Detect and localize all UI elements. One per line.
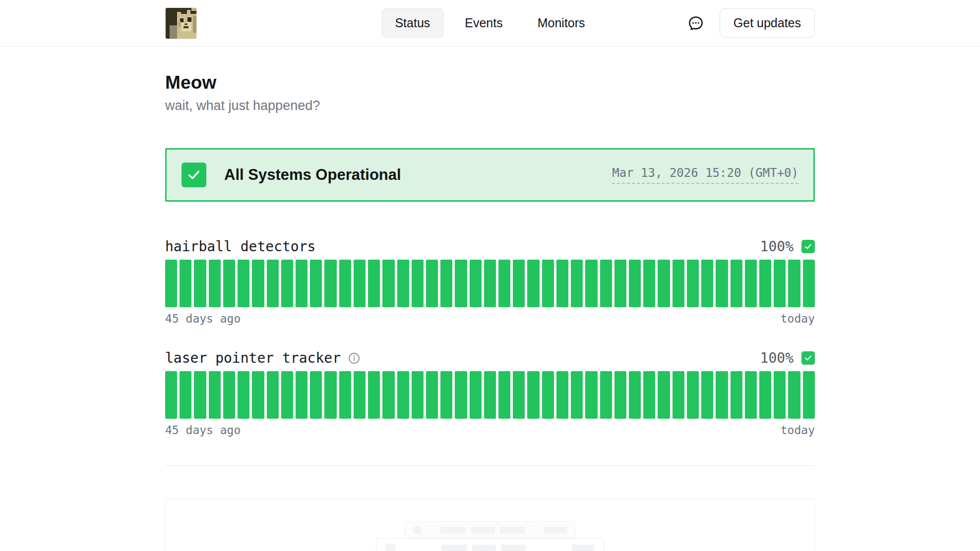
uptime-day-bar[interactable] xyxy=(455,260,467,307)
uptime-day-bar[interactable] xyxy=(745,260,757,307)
uptime-day-bar[interactable] xyxy=(194,260,206,307)
uptime-day-bar[interactable] xyxy=(165,371,177,419)
uptime-day-bar[interactable] xyxy=(281,371,293,419)
uptime-day-bar[interactable] xyxy=(267,260,279,307)
uptime-day-bar[interactable] xyxy=(310,371,322,419)
uptime-day-bar[interactable] xyxy=(368,371,380,419)
uptime-day-bar[interactable] xyxy=(513,371,525,419)
uptime-day-bar[interactable] xyxy=(673,371,684,419)
uptime-day-bar[interactable] xyxy=(209,260,221,307)
uptime-day-bar[interactable] xyxy=(354,260,366,307)
uptime-day-bar[interactable] xyxy=(252,260,264,307)
uptime-day-bar[interactable] xyxy=(614,260,626,307)
tab-events[interactable]: Events xyxy=(451,8,516,38)
uptime-day-bar[interactable] xyxy=(614,371,626,419)
uptime-day-bar[interactable] xyxy=(687,371,699,419)
feedback-chat-button[interactable] xyxy=(687,14,705,32)
uptime-day-bar[interactable] xyxy=(643,260,655,307)
uptime-day-bar[interactable] xyxy=(556,260,568,307)
uptime-day-bar[interactable] xyxy=(542,371,554,419)
uptime-day-bar[interactable] xyxy=(803,371,815,419)
uptime-day-bar[interactable] xyxy=(803,260,815,307)
uptime-day-bar[interactable] xyxy=(571,371,583,419)
uptime-day-bar[interactable] xyxy=(310,260,322,307)
uptime-day-bar[interactable] xyxy=(513,260,525,307)
uptime-day-bar[interactable] xyxy=(209,371,221,419)
uptime-day-bar[interactable] xyxy=(716,371,728,419)
uptime-day-bar[interactable] xyxy=(731,260,742,307)
uptime-day-bar[interactable] xyxy=(238,260,249,307)
uptime-day-bar[interactable] xyxy=(484,371,496,419)
uptime-day-bar[interactable] xyxy=(180,371,191,419)
uptime-day-bar[interactable] xyxy=(788,371,800,419)
uptime-day-bar[interactable] xyxy=(194,371,206,419)
uptime-day-bar[interactable] xyxy=(180,260,191,307)
uptime-day-bar[interactable] xyxy=(585,371,597,419)
uptime-day-bar[interactable] xyxy=(788,260,800,307)
uptime-day-bar[interactable] xyxy=(629,371,641,419)
uptime-bars xyxy=(165,371,815,419)
uptime-day-bar[interactable] xyxy=(658,260,670,307)
uptime-day-bar[interactable] xyxy=(585,260,597,307)
uptime-day-bar[interactable] xyxy=(731,371,742,419)
uptime-day-bar[interactable] xyxy=(426,371,438,419)
status-timestamp[interactable]: Mar 13, 2026 15:20 (GMT+0) xyxy=(612,166,798,184)
uptime-day-bar[interactable] xyxy=(382,260,394,307)
uptime-day-bar[interactable] xyxy=(397,371,409,419)
uptime-day-bar[interactable] xyxy=(556,371,568,419)
uptime-day-bar[interactable] xyxy=(701,371,713,419)
uptime-day-bar[interactable] xyxy=(354,371,366,419)
tab-monitors[interactable]: Monitors xyxy=(524,8,599,38)
uptime-day-bar[interactable] xyxy=(774,260,786,307)
info-icon[interactable] xyxy=(348,352,361,365)
uptime-day-bar[interactable] xyxy=(470,371,482,419)
uptime-day-bar[interactable] xyxy=(238,371,249,419)
uptime-day-bar[interactable] xyxy=(484,260,496,307)
uptime-day-bar[interactable] xyxy=(368,260,380,307)
uptime-day-bar[interactable] xyxy=(412,371,424,419)
uptime-day-bar[interactable] xyxy=(397,260,409,307)
uptime-day-bar[interactable] xyxy=(165,260,177,307)
uptime-day-bar[interactable] xyxy=(643,371,655,419)
uptime-day-bar[interactable] xyxy=(571,260,583,307)
uptime-day-bar[interactable] xyxy=(412,260,424,307)
uptime-day-bar[interactable] xyxy=(498,371,510,419)
uptime-day-bar[interactable] xyxy=(527,260,539,307)
uptime-day-bar[interactable] xyxy=(339,371,351,419)
uptime-day-bar[interactable] xyxy=(759,371,771,419)
uptime-day-bar[interactable] xyxy=(440,260,452,307)
uptime-day-bar[interactable] xyxy=(382,371,394,419)
uptime-day-bar[interactable] xyxy=(223,260,235,307)
uptime-day-bar[interactable] xyxy=(701,260,713,307)
uptime-day-bar[interactable] xyxy=(470,260,482,307)
uptime-day-bar[interactable] xyxy=(324,371,336,419)
uptime-day-bar[interactable] xyxy=(774,371,786,419)
uptime-day-bar[interactable] xyxy=(281,260,293,307)
get-updates-button[interactable]: Get updates xyxy=(720,8,815,38)
uptime-day-bar[interactable] xyxy=(527,371,539,419)
uptime-day-bar[interactable] xyxy=(600,260,612,307)
uptime-day-bar[interactable] xyxy=(339,260,351,307)
uptime-day-bar[interactable] xyxy=(498,260,510,307)
tab-status[interactable]: Status xyxy=(381,8,443,38)
uptime-day-bar[interactable] xyxy=(296,371,307,419)
uptime-day-bar[interactable] xyxy=(745,371,757,419)
uptime-day-bar[interactable] xyxy=(542,260,554,307)
uptime-day-bar[interactable] xyxy=(296,260,307,307)
uptime-day-bar[interactable] xyxy=(658,371,670,419)
uptime-day-bar[interactable] xyxy=(600,371,612,419)
uptime-day-bar[interactable] xyxy=(759,260,771,307)
uptime-day-bar[interactable] xyxy=(455,371,467,419)
uptime-day-bar[interactable] xyxy=(440,371,452,419)
uptime-day-bar[interactable] xyxy=(252,371,264,419)
uptime-day-bar[interactable] xyxy=(716,260,728,307)
uptime-day-bar[interactable] xyxy=(223,371,235,419)
uptime-day-bar[interactable] xyxy=(673,260,684,307)
uptime-day-bar[interactable] xyxy=(629,260,641,307)
uptime-day-bar[interactable] xyxy=(324,260,336,307)
uptime-day-bar[interactable] xyxy=(426,260,438,307)
site-logo-cat-avatar[interactable] xyxy=(165,7,197,39)
uptime-range-labels: 45 days ago today xyxy=(165,424,815,437)
uptime-day-bar[interactable] xyxy=(687,260,699,307)
uptime-day-bar[interactable] xyxy=(267,371,279,419)
